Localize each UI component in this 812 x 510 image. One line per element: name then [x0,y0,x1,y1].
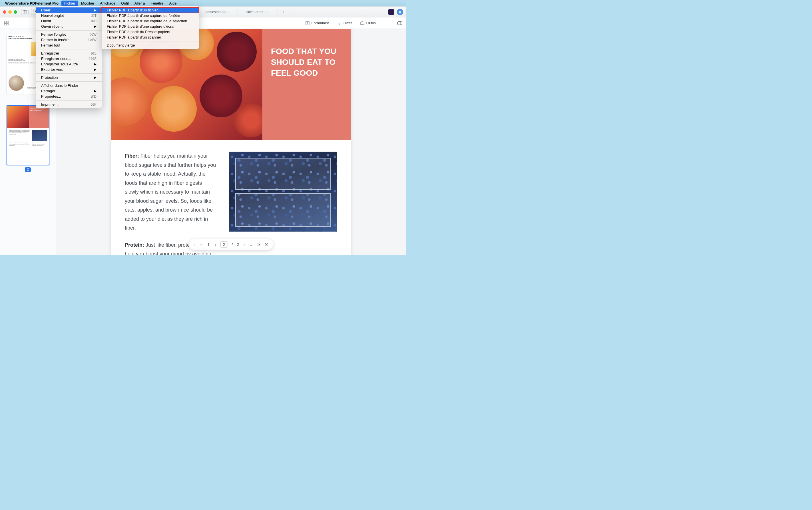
thumbnails-view-button[interactable] [4,21,8,25]
file-menu-item[interactable]: Fermer tout [36,42,102,48]
window-controls [3,10,17,14]
total-pages: 2 [237,242,239,247]
file-menu-item[interactable]: Nouvel onglet⌘T [36,13,102,18]
hero-title-block: FOOD THAT YOU SHOULD EAT TO FEEL GOOD [262,29,351,140]
file-menu-item[interactable]: Ouvrir...⌘O [36,18,102,24]
file-menu: Créer▶Nouvel onglet⌘TOuvrir...⌘OOuvrir r… [36,6,102,108]
file-menu-item[interactable]: Enregistrer⌘S [36,51,102,56]
sidebar-toggle-button[interactable] [21,9,29,15]
create-submenu-item[interactable]: Fichier PDF à partir d'un fichier... [102,7,199,13]
page-controls: + − ⤒ ↓ 2 / 2 ↑ ⤓ ⇲ ✕ [189,239,273,250]
svg-point-2 [400,10,401,12]
file-menu-item[interactable]: Enregistrer sous...⇧⌘S [36,56,102,61]
create-submenu-item[interactable]: Fichier PDF à partir d'un scanner [102,34,199,40]
thumb2-hero-text: FOOD THAT YOU SHOULD EAT TO FEEL GOOD [29,106,49,128]
blueberries-photo [229,152,337,232]
formulaire-button[interactable]: Formulaire [305,21,329,25]
create-submenu-item[interactable]: Fichier PDF à partir du Presse-papiers [102,29,199,34]
close-controls-button[interactable]: ✕ [265,242,268,247]
app-name[interactable]: Wondershare PDFelement Pro [5,1,59,5]
next-page-button[interactable]: ↑ [243,242,245,247]
thumbnail-num-2: 2 [3,168,52,172]
file-menu-item[interactable]: Partager▶ [36,88,102,94]
menu-outil[interactable]: Outil [118,1,132,6]
file-menu-item[interactable]: Imprimer...⌘P [36,102,102,107]
create-submenu-item[interactable]: Fichier PDF à partir d'une capture d'écr… [102,24,199,29]
tab-4[interactable]: sales-order-t… [238,9,278,15]
create-submenu-item[interactable]: Document vierge [102,42,199,48]
svg-rect-4 [6,21,8,23]
biffer-button[interactable]: Biffer [337,21,352,25]
svg-rect-7 [306,21,309,25]
file-menu-item[interactable]: Ouvrir récent▶ [36,24,102,29]
outils-label: Outils [366,21,376,25]
first-page-button[interactable]: ⤒ [207,242,210,247]
file-menu-item[interactable]: Exporter vers▶ [36,67,102,72]
minimize-window-button[interactable] [8,10,12,14]
svg-rect-6 [6,23,8,25]
last-page-button[interactable]: ⤓ [249,242,253,247]
svg-rect-3 [4,21,6,23]
document-canvas[interactable]: FOOD THAT YOU SHOULD EAT TO FEEL GOOD Fi… [56,29,406,255]
hero-title: FOOD THAT YOU SHOULD EAT TO FEEL GOOD [271,46,342,78]
menu-modifier[interactable]: Modifier [78,1,97,6]
svg-rect-11 [398,21,402,25]
menu-aide[interactable]: Aide [167,1,180,6]
paragraph-fiber: Fiber: Fiber helps you maintain your blo… [125,152,217,233]
create-submenu-item[interactable]: Fichier PDF à partir d'une capture de la… [102,18,199,24]
formulaire-label: Formulaire [312,21,329,25]
menu-aller-a[interactable]: Aller à [132,1,148,6]
thumbnail-page-2[interactable]: FOOD THAT YOU SHOULD EAT TO FEEL GOOD Fi… [6,105,49,165]
create-submenu-item[interactable]: Fichier PDF à partir d'une capture de fe… [102,13,199,18]
file-menu-item[interactable]: Enregistrer sous Autre▶ [36,61,102,67]
page-sep: / [232,242,233,247]
menubar: Wondershare PDFelement Pro Fichier Modif… [0,0,406,6]
create-submenu: Fichier PDF à partir d'un fichier...Fich… [102,6,199,49]
app-badge-icon[interactable] [388,9,394,15]
panel-toggle-button[interactable] [398,21,402,25]
file-menu-item[interactable]: Propriétés...⌘D [36,94,102,99]
page-2: FOOD THAT YOU SHOULD EAT TO FEEL GOOD Fi… [111,29,351,255]
svg-rect-10 [360,22,364,25]
outils-button[interactable]: Outils [360,21,376,25]
svg-rect-0 [23,10,27,13]
svg-rect-5 [4,23,6,25]
file-menu-item[interactable]: Fermer l'onglet⌘W [36,32,102,37]
tab-3[interactable]: gamestop-ap… [197,9,238,15]
menu-affichage[interactable]: Affichage [97,1,118,6]
add-tab-button[interactable]: + [278,8,288,16]
current-page-input[interactable]: 2 [221,241,228,248]
maximize-window-button[interactable] [14,10,17,14]
zoom-in-button[interactable]: + [194,242,196,247]
user-avatar[interactable] [397,9,403,15]
menu-fenetre[interactable]: Fenêtre [148,1,167,6]
file-menu-item[interactable]: Créer▶ [36,7,102,13]
thumb1-sub: FOODS THAT YOU SHOULD AVOID OR EAT IN A … [8,62,38,64]
zoom-out-button[interactable]: − [200,242,203,247]
file-menu-item[interactable]: Afficher dans le Finder [36,83,102,88]
menu-fichier[interactable]: Fichier [61,1,78,6]
file-menu-item[interactable]: Protection▶ [36,75,102,80]
biffer-label: Biffer [344,21,352,25]
content-section: Fiber: Fiber helps you maintain your blo… [111,140,351,255]
prev-page-button[interactable]: ↓ [214,242,217,247]
file-menu-item[interactable]: Fermer la fenêtre⇧⌘W [36,37,102,42]
close-window-button[interactable] [3,10,6,14]
fit-page-button[interactable]: ⇲ [257,242,261,247]
